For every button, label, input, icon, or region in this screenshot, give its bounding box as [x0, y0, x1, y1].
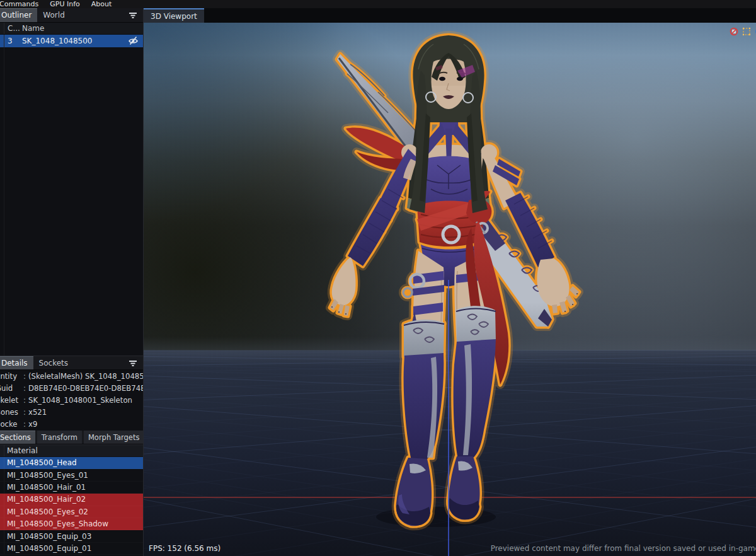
outliner-col-count: C...	[4, 24, 21, 33]
selection-box-icon[interactable]	[742, 27, 751, 36]
detail-field-bones: Bones:x521	[0, 407, 144, 419]
detail-field-skelet: Skelet:SK_1048_1048001_Skeleton	[0, 394, 144, 406]
detail-field-label: Guid	[0, 384, 21, 393]
filter-icon[interactable]	[129, 359, 137, 368]
viewport-tab-bar: 3D Viewport	[144, 8, 756, 23]
filter-icon[interactable]	[129, 11, 137, 20]
no-render-icon[interactable]	[730, 27, 738, 36]
outliner-row[interactable]: 3SK_1048_1048500	[0, 35, 144, 47]
material-column-label: Material	[4, 446, 38, 455]
detail-field-label: Entity	[0, 372, 21, 381]
tab-sockets[interactable]: Sockets	[33, 356, 74, 369]
menu-bar: CommandsGPU InfoAbout	[0, 0, 756, 8]
material-row[interactable]: MI_1048500_Hair_01	[0, 482, 144, 494]
tab-transform[interactable]: Transform	[37, 431, 82, 444]
outliner-gutter	[0, 23, 4, 34]
material-name: MI_1048500_Eyes_Shadow	[4, 519, 108, 528]
material-name: MI_1048500_Head	[4, 458, 77, 467]
detail-field-label: Socke	[0, 420, 21, 429]
outliner-tab-bar: OutlinerWorld	[0, 8, 144, 23]
preview-disclaimer: Previewed content may differ from final …	[491, 544, 756, 553]
left-panel: OutlinerWorld C... Name 3SK_1048_1048500…	[0, 8, 144, 556]
viewport-canvas[interactable]: FPS: 152 (6.56 ms) Previewed content may…	[144, 23, 756, 556]
detail-field-socke: Socke:x9	[0, 419, 144, 431]
detail-field-label: Bones	[0, 408, 21, 417]
material-row[interactable]: MI_1048500_Equip_03	[0, 530, 144, 542]
detail-field-value: x9	[28, 420, 144, 429]
menu-item-about[interactable]: About	[86, 0, 118, 8]
material-row[interactable]: MI_1048500_Hair_02	[0, 494, 144, 506]
outliner-empty-area[interactable]	[0, 47, 144, 356]
fps-counter: FPS: 152 (6.56 ms)	[149, 544, 220, 553]
visibility-off-icon[interactable]	[128, 36, 139, 46]
outliner-row-count: 3	[4, 37, 21, 45]
sections-tab-bar: SectionsTransformMorph Targets	[0, 431, 144, 444]
tab-3d-viewport[interactable]: 3D Viewport	[144, 8, 204, 23]
tab-details[interactable]: Details	[0, 356, 33, 369]
menu-item-gpu-info[interactable]: GPU Info	[44, 0, 86, 8]
detail-field-value: D8EB74E0-D8EB74E0-D8EB74E0-D8EB74E0	[28, 384, 144, 393]
material-name: MI_1048500_Equip_01	[4, 544, 91, 553]
material-row[interactable]: MI_1048500_Eyes_Shadow	[0, 518, 144, 530]
detail-field-entity: Entity:(SkeletalMesh) SK_1048_1048500	[0, 370, 144, 382]
material-gutter	[0, 445, 4, 456]
tab-morph-targets[interactable]: Morph Targets	[84, 431, 144, 444]
detail-field-label: Skelet	[0, 396, 21, 405]
detail-field-guid: Guid:D8EB74E0-D8EB74E0-D8EB74E0-D8EB74E0	[0, 382, 144, 394]
details-tab-bar: DetailsSockets	[0, 356, 144, 370]
material-row[interactable]: MI_1048500_Eyes_02	[0, 506, 144, 518]
tab-world[interactable]: World	[37, 8, 70, 22]
material-name: MI_1048500_Hair_02	[4, 495, 86, 504]
detail-field-value: x521	[28, 408, 144, 417]
material-header: Material	[0, 444, 144, 457]
outliner-header: C... Name	[0, 23, 144, 35]
viewport-panel: 3D Viewport	[144, 8, 756, 556]
material-row[interactable]: MI_1048500_Eyes_01	[0, 469, 144, 481]
detail-field-value: SK_1048_1048001_Skeleton	[28, 396, 144, 405]
material-name: MI_1048500_Equip_03	[4, 532, 91, 541]
material-row[interactable]: MI_1048500_Head	[0, 457, 144, 469]
tab-outliner[interactable]: Outliner	[0, 8, 37, 22]
outliner-row-name: SK_1048_1048500	[21, 37, 144, 45]
menu-item-commands[interactable]: Commands	[0, 0, 44, 8]
material-name: MI_1048500_Hair_01	[4, 483, 86, 492]
outliner-col-name: Name	[21, 24, 144, 33]
tab-sections[interactable]: Sections	[0, 431, 35, 444]
material-name: MI_1048500_Eyes_01	[4, 471, 88, 480]
detail-field-value: (SkeletalMesh) SK_1048_1048500	[28, 372, 144, 381]
material-name: MI_1048500_Eyes_02	[4, 507, 88, 516]
material-row[interactable]: MI_1048500_Equip_01	[0, 543, 144, 555]
